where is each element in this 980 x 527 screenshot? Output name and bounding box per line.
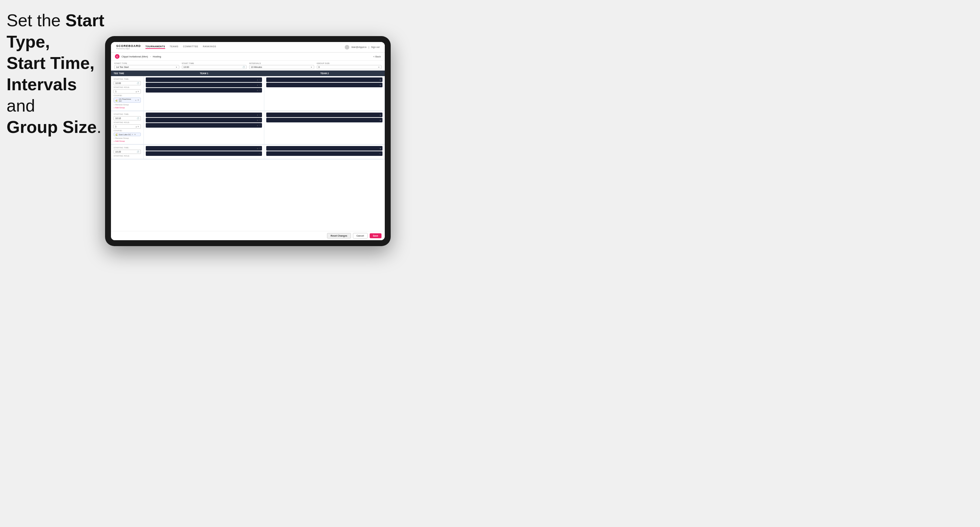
- label-starting-time-3: STARTING TIME:: [114, 147, 141, 149]
- group-size-group: Group Size 3 ▼: [317, 62, 382, 69]
- nav-rankings[interactable]: RANKINGS: [203, 45, 216, 49]
- label-course-2: COURSE:: [114, 130, 141, 132]
- starting-hole-input-2[interactable]: 1 ▲▼: [114, 124, 141, 129]
- team2-player-x-2a[interactable]: ✕: [380, 114, 381, 116]
- player-action-1b[interactable]: □: [259, 84, 261, 86]
- course-arrow-2[interactable]: ▼: [134, 133, 136, 135]
- th-tee-time: Tee Time: [111, 71, 144, 76]
- tee-sidebar-2: STARTING TIME: 10:10 🕐 STARTING HOLE: 1 …: [111, 111, 144, 144]
- player-row-2c: ✕ □: [146, 123, 262, 128]
- hole-arrow-2: ▲▼: [135, 126, 139, 128]
- course-remove-1[interactable]: ✕: [135, 99, 137, 102]
- player-row-3a: ✕ □: [146, 146, 262, 151]
- time-icon-3: 🕐: [137, 151, 139, 153]
- player-action-2c[interactable]: □: [259, 124, 261, 126]
- player-x-2a[interactable]: ✕: [257, 114, 258, 116]
- player-x-1c[interactable]: ✕: [257, 89, 258, 92]
- player-row-1b: ✕ □: [146, 83, 262, 87]
- table-header: Tee Time Team 1 Team 2: [111, 71, 385, 76]
- team2-cell-3: ✕ —: [264, 145, 385, 159]
- course-name-1: (A) Peachtree GC: [119, 98, 134, 102]
- breadcrumb-separator: ›: [150, 56, 151, 58]
- save-button[interactable]: Save: [370, 233, 382, 238]
- team2-player-x-3a[interactable]: ✕: [380, 147, 381, 150]
- team2-player-x-3b[interactable]: —: [379, 152, 381, 154]
- team2-player-row-3b: —: [266, 151, 382, 156]
- team2-player-x-1a[interactable]: ✕: [380, 79, 381, 81]
- player-x-2b[interactable]: ✕: [257, 119, 258, 121]
- action-bar: Reset Changes Cancel Save: [111, 231, 385, 240]
- team2-player-row-2a: ✕: [266, 113, 382, 117]
- start-type-label: Start Type: [114, 62, 179, 64]
- tablet-screen: SCOREBOARD Powered by clippd TOURNAMENTS…: [111, 42, 385, 240]
- start-time-select[interactable]: 10:00 🕐: [182, 65, 247, 69]
- player-x-3a[interactable]: ✕: [257, 147, 258, 150]
- label-starting-hole-2: STARTING HOLE:: [114, 121, 141, 123]
- player-x-1a[interactable]: ✕: [257, 79, 258, 81]
- team2-player-x-2b[interactable]: ✕: [380, 119, 381, 121]
- back-button[interactable]: < Back: [373, 55, 381, 58]
- start-time-group: Start Time 10:00 🕐: [182, 62, 247, 69]
- nav-committee[interactable]: COMMITTEE: [183, 45, 198, 49]
- player-action-2a[interactable]: □: [259, 114, 261, 116]
- team2-player-x-1b[interactable]: ✕: [380, 84, 381, 86]
- team2-cell-2: ✕ ✕: [264, 111, 385, 144]
- avatar: [345, 45, 349, 49]
- tee-table: Tee Time Team 1 Team 2 STARTING TIME: 10…: [111, 71, 385, 231]
- course-remove-2[interactable]: ✕: [132, 133, 133, 135]
- starting-hole-val-2: 1: [115, 125, 116, 128]
- player-row-2a: ✕ □: [146, 113, 262, 117]
- player-x-1b[interactable]: ✕: [257, 84, 258, 86]
- player-x-3b[interactable]: —: [259, 152, 261, 154]
- tee-group-1: STARTING TIME: 10:00 🕐 STARTING HOLE: 1 …: [111, 76, 385, 111]
- player-action-3a[interactable]: □: [259, 147, 261, 149]
- golf-icon-1: ⛳: [115, 99, 118, 102]
- nav-tournaments[interactable]: TOURNAMENTS: [145, 45, 165, 49]
- remove-group-2[interactable]: ○ Remove Group: [114, 137, 141, 139]
- intervals-select[interactable]: 10 Minutes ▼: [249, 65, 314, 69]
- annotation-bold-2: Start Time,: [6, 54, 95, 73]
- logo-sub: Powered by clippd: [116, 48, 141, 49]
- group-size-select[interactable]: 3 ▼: [317, 65, 382, 69]
- player-row-2b: ✕ □: [146, 118, 262, 122]
- label-starting-hole-3: STARTING HOLE:: [114, 155, 141, 157]
- team2-player-row-1b: ✕: [266, 83, 382, 87]
- annotation-bold-3: Intervals: [6, 75, 77, 94]
- starting-hole-val-1: 1: [115, 90, 116, 92]
- cancel-button[interactable]: Cancel: [353, 233, 368, 238]
- controls-row: Start Type 1st Tee Start ▼ Start Time 10…: [111, 61, 385, 71]
- breadcrumb-tournament[interactable]: Clippd Invitational (Men): [121, 55, 148, 58]
- reset-button[interactable]: Reset Changes: [327, 233, 351, 238]
- nav-separator: |: [368, 46, 369, 48]
- starting-time-input-2[interactable]: 10:10 🕐: [114, 116, 141, 121]
- start-type-select[interactable]: 1st Tee Start ▼: [114, 65, 179, 69]
- tee-group-3: STARTING TIME: 10:20 🕐 STARTING HOLE: ✕ …: [111, 145, 385, 159]
- start-type-arrow: ▼: [176, 66, 178, 68]
- player-row-1c: ✕ □: [146, 88, 262, 92]
- user-email: blair@clippd.io: [351, 46, 366, 48]
- starting-time-input-1[interactable]: 10:00 🕐: [114, 81, 141, 85]
- player-x-2c[interactable]: ✕: [257, 124, 258, 127]
- player-action-2b[interactable]: □: [259, 119, 261, 121]
- starting-hole-input-1[interactable]: 1 ▲▼: [114, 89, 141, 94]
- team2-cell-1: ✕ ✕: [264, 76, 385, 111]
- remove-group-1[interactable]: ○ Remove Group: [114, 104, 141, 106]
- team1-cell-3: ✕ □ —: [144, 145, 264, 159]
- starting-time-input-3[interactable]: 10:20 🕐: [114, 150, 141, 154]
- nav-teams[interactable]: TEAMS: [170, 45, 178, 49]
- course-arrow-1[interactable]: ▼: [137, 99, 139, 101]
- tablet-frame: SCOREBOARD Powered by clippd TOURNAMENTS…: [105, 36, 391, 246]
- player-action-1c[interactable]: □: [259, 89, 261, 91]
- add-group-1[interactable]: + Add Group: [114, 106, 141, 109]
- start-type-group: Start Type 1st Tee Start ▼: [114, 62, 179, 69]
- th-team1: Team 1: [144, 71, 264, 76]
- start-time-arrow: 🕐: [243, 66, 245, 68]
- player-action-1a[interactable]: □: [259, 79, 261, 81]
- player-row-3b: —: [146, 151, 262, 156]
- time-icon-2: 🕐: [137, 117, 139, 119]
- tee-sidebar-3: STARTING TIME: 10:20 🕐 STARTING HOLE:: [111, 145, 144, 159]
- sign-out-link[interactable]: Sign out: [371, 46, 380, 48]
- add-group-2[interactable]: + Add Group: [114, 140, 141, 142]
- tee-sidebar-1: STARTING TIME: 10:00 🕐 STARTING HOLE: 1 …: [111, 76, 144, 111]
- team2-player-row-2b: ✕: [266, 118, 382, 122]
